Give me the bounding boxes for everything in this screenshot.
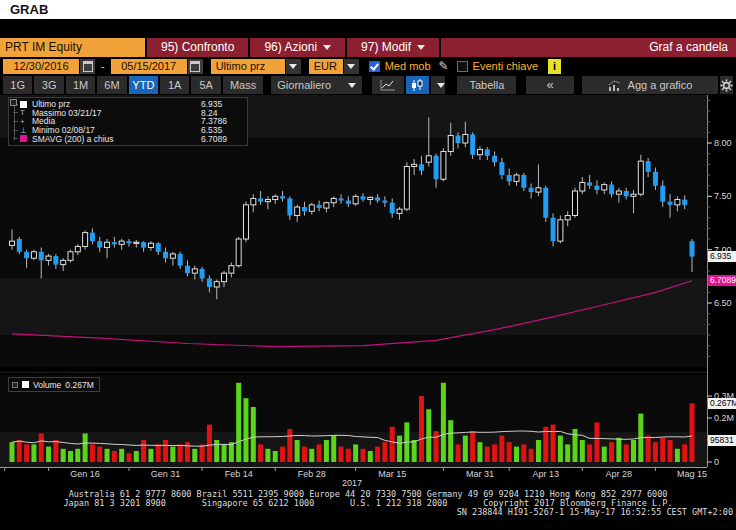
x-axis-label: Mar 31	[455, 469, 505, 479]
x-axis-label: Feb 14	[214, 469, 264, 479]
x-axis-label: Feb 28	[287, 469, 337, 479]
x-axis-label: Apr 28	[594, 469, 644, 479]
price-tick-label: 6.50	[714, 298, 732, 308]
legend-marker	[20, 101, 32, 108]
x-axis-label: Gen 31	[141, 469, 191, 479]
volume-series-marker	[22, 381, 29, 388]
candlestick-chart-canvas[interactable]	[0, 0, 736, 530]
chart-legend: Ultimo prz6.935TMassimo 03/21/178.24+Med…	[8, 97, 248, 146]
volume-legend-value: 0.267M	[65, 380, 93, 390]
legend-marker	[20, 135, 32, 142]
legend-collapse-icon	[12, 382, 18, 388]
bloomberg-terminal-window: GRAB PRT IM Equity 95) Confronto96) Azio…	[0, 0, 736, 530]
last-price-axis-label: 6.935	[708, 251, 736, 262]
legend-marker: ⊥	[20, 126, 32, 135]
volume-ma-axis-label: 95831	[708, 435, 736, 446]
legend-label: SMAVG (200) a chius	[32, 134, 201, 144]
volume-legend[interactable]: Volume 0.267M	[8, 377, 100, 392]
x-axis-label: Gen 16	[60, 469, 110, 479]
legend-collapse-icon[interactable]	[10, 99, 17, 106]
x-axis-year-label: 2017	[332, 478, 372, 488]
smavg-axis-label: 6.7089	[708, 275, 736, 286]
legend-value: 6.7089	[201, 134, 243, 144]
price-tick-label: 8.00	[714, 138, 732, 148]
volume-last-axis-label: 0.267M	[708, 398, 736, 409]
x-axis-label: Mar 15	[367, 469, 417, 479]
volume-legend-label: Volume	[33, 380, 61, 390]
price-tick-label: 7.50	[714, 191, 732, 201]
x-axis-label: Apr 13	[521, 469, 571, 479]
x-axis-label: Mag 15	[667, 469, 717, 479]
volume-tick-label: 0.2M	[714, 413, 734, 423]
footer-session-info: SN 238844 H191-5267-1 15-May-17 16:52:55…	[0, 507, 736, 517]
volume-tick-label: 0	[714, 457, 719, 467]
legend-row-4[interactable]: SMAVG (200) a chius6.7089	[21, 134, 243, 143]
